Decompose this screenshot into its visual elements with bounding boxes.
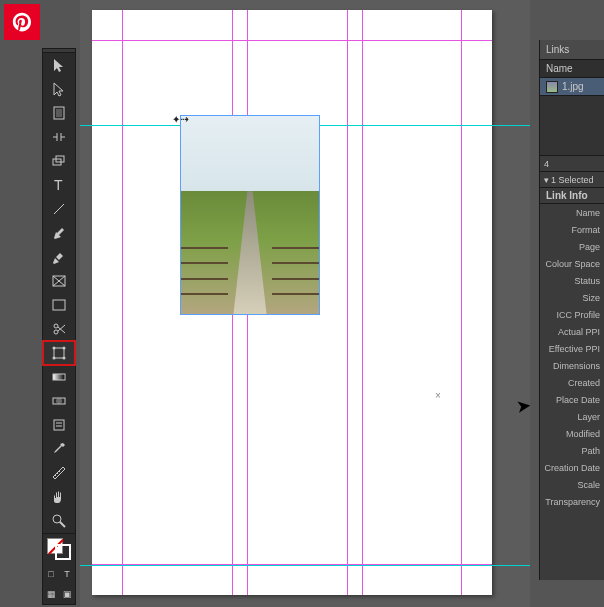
document-canvas[interactable]: ✦⇢ × ➤ (80, 0, 530, 607)
content-collector-tool[interactable] (43, 149, 75, 173)
image-sky-region (181, 116, 319, 191)
link-info-header: Link Info (540, 188, 604, 204)
link-info-field: Transparency (540, 493, 604, 510)
gap-tool[interactable] (43, 125, 75, 149)
ruler-guide-h2[interactable] (80, 565, 530, 566)
page-tool[interactable] (43, 101, 75, 125)
free-transform-tool[interactable] (43, 341, 75, 365)
links-selected-label: 1 Selected (551, 175, 594, 185)
link-info-field: Status (540, 272, 604, 289)
svg-point-17 (53, 357, 56, 360)
selection-tool[interactable] (43, 53, 75, 77)
rectangle-frame-tool[interactable] (43, 269, 75, 293)
transform-icon (51, 345, 67, 361)
svg-point-25 (53, 515, 61, 523)
apply-color-icon[interactable]: □ (43, 564, 59, 584)
gradient-icon (51, 369, 67, 385)
toolbox: T □ T ▦ ▣ (42, 48, 76, 605)
measure-tool[interactable] (43, 461, 75, 485)
mouse-cursor-icon: ➤ (515, 394, 533, 418)
link-info-field: Created (540, 374, 604, 391)
svg-point-18 (63, 357, 66, 360)
arrow-icon (51, 57, 67, 73)
svg-point-11 (54, 330, 58, 334)
scissors-tool[interactable] (43, 317, 75, 341)
gradient-swatch-tool[interactable] (43, 365, 75, 389)
eyedropper-tool[interactable] (43, 437, 75, 461)
margin-guide-left (122, 10, 123, 595)
pencil-tool[interactable] (43, 245, 75, 269)
link-info-field: Size (540, 289, 604, 306)
svg-point-16 (63, 347, 66, 350)
apply-text-icon[interactable]: T (59, 564, 75, 584)
image-ground-region (181, 191, 319, 314)
rectframe-icon (51, 273, 67, 289)
svg-rect-1 (56, 109, 62, 117)
color-mode-row: ▦ ▣ (43, 584, 75, 604)
preview-mode-icon[interactable]: ▣ (59, 584, 75, 604)
svg-point-15 (53, 347, 56, 350)
link-info-field: Scale (540, 476, 604, 493)
type-icon: T (51, 177, 67, 193)
svg-line-26 (60, 522, 65, 527)
links-name-header[interactable]: Name (540, 60, 604, 78)
measure-icon (51, 465, 67, 481)
collector-icon (51, 153, 67, 169)
links-tab[interactable]: Links (540, 40, 604, 60)
image-road (233, 191, 266, 314)
svg-rect-14 (54, 348, 64, 358)
svg-text:T: T (54, 177, 63, 193)
link-info-field: Page (540, 238, 604, 255)
column-guide-4 (362, 10, 363, 595)
margin-guide-right (461, 10, 462, 595)
link-info-field: Path (540, 442, 604, 459)
link-info-field: Format (540, 221, 604, 238)
image-gate-left (181, 240, 228, 301)
eyedrop-icon (51, 441, 67, 457)
image-gate-right (272, 240, 319, 301)
feather-icon (51, 393, 67, 409)
frame-center-mark: × (435, 390, 441, 401)
margin-guide-top (92, 40, 492, 41)
pinterest-badge[interactable] (4, 4, 40, 40)
normal-mode-icon[interactable]: ▦ (43, 584, 59, 604)
placed-image-frame[interactable] (180, 115, 320, 315)
link-info-field: Creation Date (540, 459, 604, 476)
fill-stroke-control[interactable] (43, 534, 75, 564)
svg-rect-22 (54, 420, 64, 430)
svg-point-21 (56, 398, 62, 404)
link-info-field: Actual PPI (540, 323, 604, 340)
hand-tool[interactable] (43, 485, 75, 509)
link-info-field: Dimensions (540, 357, 604, 374)
link-info-field: Place Date (540, 391, 604, 408)
disclosure-triangle-icon[interactable]: ▾ (544, 175, 549, 185)
anchor-indicator-icon: ✦⇢ (172, 110, 189, 126)
svg-rect-9 (53, 300, 65, 310)
scissors-icon (51, 321, 67, 337)
svg-line-5 (54, 204, 64, 214)
link-info-field: Effective PPI (540, 340, 604, 357)
link-row[interactable]: 1.jpg (540, 78, 604, 96)
links-count-row: 4 (540, 156, 604, 172)
links-name-header-label: Name (546, 63, 573, 74)
arrow-open-icon (51, 81, 67, 97)
gap-icon (51, 129, 67, 145)
column-guide-3 (347, 10, 348, 595)
zoom-tool[interactable] (43, 509, 75, 533)
type-tool[interactable]: T (43, 173, 75, 197)
pen-icon (51, 225, 67, 241)
svg-rect-19 (53, 374, 65, 380)
links-list-empty-area (540, 96, 604, 156)
hand-icon (51, 489, 67, 505)
line-tool[interactable] (43, 197, 75, 221)
link-info-header-label: Link Info (546, 190, 588, 201)
direct-selection-tool[interactable] (43, 77, 75, 101)
gradient-feather-tool[interactable] (43, 389, 75, 413)
link-info-field: Name (540, 204, 604, 221)
zoom-icon (51, 513, 67, 529)
note-tool[interactable] (43, 413, 75, 437)
rectangle-tool[interactable] (43, 293, 75, 317)
link-thumbnail (546, 81, 558, 93)
pen-tool[interactable] (43, 221, 75, 245)
stroke-swatch[interactable] (55, 544, 71, 560)
